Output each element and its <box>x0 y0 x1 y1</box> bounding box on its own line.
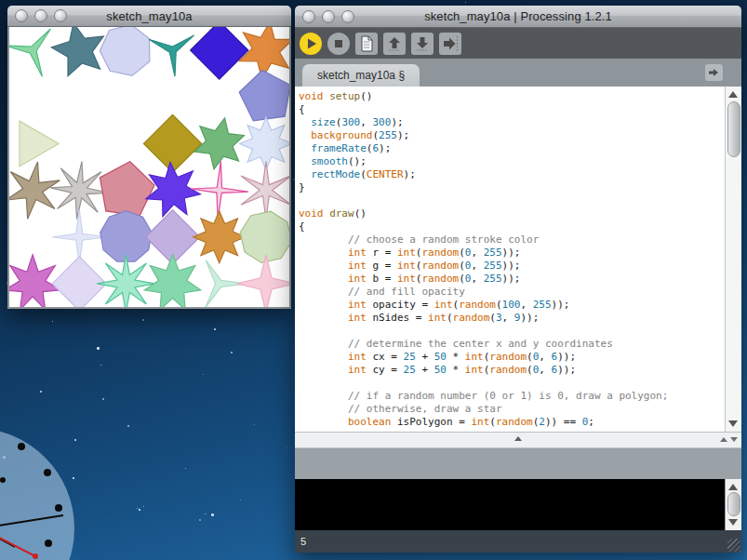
scroll-down-icon[interactable] <box>728 420 738 427</box>
tab-sketch-may10a[interactable]: sketch_may10a § <box>302 64 420 87</box>
open-button[interactable] <box>382 32 407 56</box>
code-text: void setup(){ size(300, 300); background… <box>299 90 725 429</box>
resize-grip[interactable] <box>727 539 740 552</box>
splitter-arrows[interactable] <box>720 437 738 442</box>
star-shape <box>144 255 201 307</box>
polygon-shape <box>100 27 150 75</box>
close-button[interactable] <box>15 9 28 22</box>
code-line: // choose a random stroke color <box>299 233 725 247</box>
star-dot <box>3 456 6 459</box>
scroll-down-icon[interactable] <box>728 519 738 526</box>
star-dot <box>203 374 204 375</box>
close-button[interactable] <box>302 10 315 23</box>
code-line: rectMode(CENTER); <box>299 168 725 181</box>
code-line: void draw() <box>299 207 725 220</box>
polygon-shape <box>191 27 248 79</box>
collapse-caret-icon[interactable] <box>514 436 522 441</box>
code-line: { <box>299 220 725 233</box>
save-button[interactable] <box>410 32 434 56</box>
star-shape <box>149 35 193 76</box>
code-line: int cy = 25 + 50 * int(random(0, 6)); <box>299 364 725 377</box>
ide-window-title: sketch_may10a | Processing 1.2.1 <box>295 9 741 23</box>
zoom-button[interactable] <box>54 9 67 22</box>
arrow-right-icon <box>438 32 462 56</box>
tab-label: sketch_may10a § <box>317 69 405 82</box>
polygon-shape <box>240 211 289 262</box>
code-line: } <box>299 181 725 194</box>
scroll-up-icon[interactable] <box>728 91 738 98</box>
arrow-up-icon <box>720 437 727 442</box>
star-dot <box>97 347 100 350</box>
editor-vertical-scrollbar[interactable] <box>725 87 741 432</box>
console-scrollbar-thumb[interactable] <box>727 492 740 516</box>
code-line: void setup() <box>299 90 725 103</box>
code-line <box>299 377 725 390</box>
play-icon <box>299 32 323 56</box>
star-shape <box>9 162 60 219</box>
code-line: { <box>299 103 725 116</box>
code-line: frameRate(6); <box>299 142 725 155</box>
star-dot <box>143 506 144 507</box>
star-dot <box>73 477 74 479</box>
star-dot <box>142 319 144 321</box>
scroll-up-icon[interactable] <box>728 484 738 490</box>
tab-menu-button[interactable] <box>705 64 723 81</box>
star-dot <box>52 321 53 322</box>
polygon-shape <box>20 121 59 167</box>
code-editor[interactable]: void setup(){ size(300, 300); background… <box>295 87 741 432</box>
stop-button[interactable] <box>327 32 351 56</box>
ide-toolbar <box>295 28 741 59</box>
code-line: int cx = 25 + 50 * int(random(0, 6)); <box>299 351 725 364</box>
star-shape <box>241 161 289 219</box>
star-dot <box>137 508 138 509</box>
code-line: size(300, 300); <box>299 116 725 129</box>
processing-ide-window: sketch_may10a | Processing 1.2.1 sketch_… <box>295 6 741 553</box>
code-line: smooth(); <box>299 155 725 168</box>
code-line <box>299 194 725 207</box>
sketch-canvas-drawing <box>9 27 289 307</box>
code-line: int nSides = int(random(3, 9)); <box>299 312 725 325</box>
star-dot <box>240 500 241 500</box>
star-shape <box>9 29 50 76</box>
run-button[interactable] <box>299 32 323 56</box>
star-dot <box>199 519 201 521</box>
star-dot <box>127 425 129 427</box>
zoom-button[interactable] <box>341 10 354 23</box>
star-dot <box>185 468 186 469</box>
editor-console-splitter[interactable] <box>295 432 741 448</box>
minimize-button[interactable] <box>34 9 47 22</box>
code-line: int opacity = int(random(100, 255)); <box>299 299 725 312</box>
star-shape <box>9 255 60 307</box>
polygon-shape <box>239 70 289 120</box>
arrow-up-icon <box>382 32 407 56</box>
code-line: background(255); <box>299 129 725 142</box>
code-line: // determine the center x and y coordina… <box>299 338 725 351</box>
code-line: int b = int(random(0, 255)); <box>299 273 725 286</box>
polygon-shape <box>100 162 154 216</box>
code-line: boolean isPolygon = int(random(2)) == 0; <box>299 416 725 429</box>
minimize-button[interactable] <box>322 10 335 23</box>
code-line: int r = int(random(0, 255)); <box>299 247 725 260</box>
new-button[interactable] <box>354 32 379 56</box>
sketch-window-titlebar[interactable]: sketch_may10a <box>7 6 291 27</box>
polygon-shape <box>52 257 106 307</box>
star-shape <box>193 211 246 263</box>
star-dot <box>102 398 104 400</box>
star-dot <box>211 513 214 516</box>
editor-scrollbar-thumb[interactable] <box>727 101 740 157</box>
arrow-right-icon <box>709 68 719 77</box>
export-button[interactable] <box>438 32 462 56</box>
status-bar: 5 <box>295 530 741 553</box>
code-line <box>299 325 725 338</box>
console-vertical-scrollbar[interactable] <box>725 479 741 530</box>
polygon-shape <box>143 114 201 172</box>
ide-window-titlebar[interactable]: sketch_may10a | Processing 1.2.1 <box>295 6 741 28</box>
star-dot <box>74 439 76 441</box>
stop-icon <box>327 32 351 56</box>
star-dot <box>40 391 42 393</box>
star-shape <box>240 117 289 169</box>
arrow-down-icon <box>730 437 738 442</box>
star-dot <box>139 509 140 511</box>
message-bar <box>295 448 741 479</box>
star-dot <box>465 2 466 3</box>
